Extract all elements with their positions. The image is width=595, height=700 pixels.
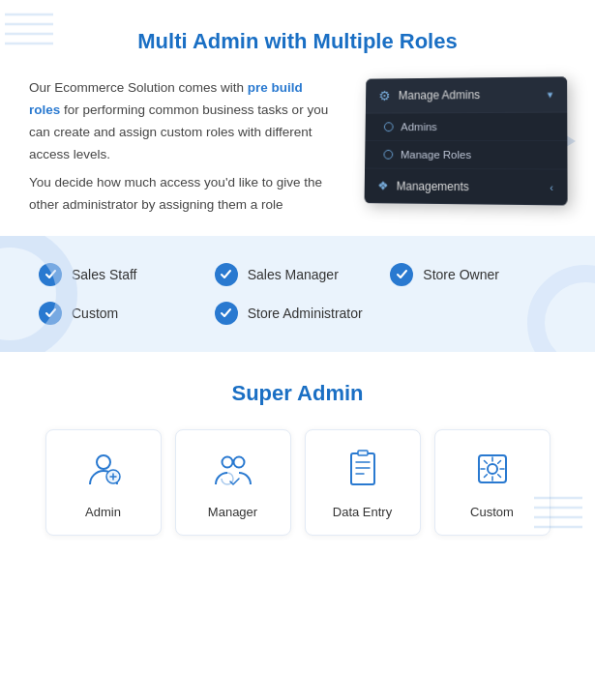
cards-row: Admin Manager bbox=[19, 429, 576, 536]
admin-panel-card: ⚙ Manage Admins ▾ Admins Manage Roles bbox=[365, 76, 568, 205]
description-para1: Our Ecommerce Solution comes with pre bu… bbox=[29, 77, 330, 166]
description-para2: You decide how much access you'd like to… bbox=[29, 172, 330, 217]
chevron-left-icon: ‹ bbox=[550, 181, 553, 192]
card-custom-label: Custom bbox=[470, 505, 514, 519]
svg-point-18 bbox=[488, 464, 497, 474]
check-icon-sales-manager bbox=[215, 263, 238, 286]
deco-circle-left bbox=[0, 236, 77, 352]
svg-rect-16 bbox=[358, 451, 368, 455]
card-manager: Manager bbox=[175, 429, 291, 536]
manage-roles-row: Manage Roles bbox=[365, 141, 567, 170]
section-roles: Sales Staff Sales Manager Store Owner Cu… bbox=[0, 236, 595, 352]
roles-grid: Sales Staff Sales Manager Store Owner Cu… bbox=[39, 263, 556, 325]
section-multi-title: Multi Admin with Multiple Roles bbox=[29, 29, 566, 54]
role-sales-staff-label: Sales Staff bbox=[72, 267, 136, 282]
text-column: Our Ecommerce Solution comes with pre bu… bbox=[29, 77, 330, 217]
check-icon-store-owner bbox=[390, 263, 413, 286]
manage-admins-text: Manage Admins bbox=[399, 88, 481, 102]
svg-point-10 bbox=[222, 456, 232, 467]
card-admin-label: Admin bbox=[85, 505, 121, 519]
desc-end: for performing common business tasks or … bbox=[29, 102, 328, 161]
role-store-admin-label: Store Administrator bbox=[248, 306, 363, 321]
check-icon-store-admin bbox=[215, 302, 238, 325]
svg-rect-12 bbox=[351, 453, 374, 484]
role-store-admin: Store Administrator bbox=[215, 302, 381, 325]
card-data-entry-label: Data Entry bbox=[333, 505, 392, 519]
deco-lines-topleft bbox=[5, 5, 58, 62]
card-custom: Custom bbox=[434, 429, 550, 536]
circle-icon bbox=[384, 122, 394, 131]
deco-lines-bottomright bbox=[534, 488, 587, 545]
manage-roles-label: Manage Roles bbox=[401, 149, 471, 160]
role-store-owner-label: Store Owner bbox=[423, 267, 499, 282]
card-manager-label: Manager bbox=[208, 505, 257, 519]
chevron-down-icon: ▾ bbox=[548, 88, 553, 101]
data-entry-icon bbox=[343, 450, 382, 493]
role-sales-manager: Sales Manager bbox=[215, 263, 381, 286]
card-data-entry: Data Entry bbox=[305, 429, 421, 536]
custom-icon bbox=[473, 450, 512, 493]
role-custom-label: Custom bbox=[72, 306, 118, 321]
admin-icon bbox=[84, 450, 123, 493]
settings-icon: ❖ bbox=[377, 178, 389, 192]
managements-label-row: ❖ Managements bbox=[377, 178, 469, 193]
content-row: Our Ecommerce Solution comes with pre bu… bbox=[29, 77, 566, 217]
svg-point-11 bbox=[233, 456, 244, 467]
svg-point-8 bbox=[97, 455, 110, 469]
manage-admins-row: ⚙ Manage Admins ▾ bbox=[366, 76, 567, 113]
super-admin-title: Super Admin bbox=[19, 381, 576, 406]
desc-start: Our Ecommerce Solution comes with bbox=[29, 80, 248, 95]
managements-text: Managements bbox=[397, 179, 469, 193]
circle-icon-2 bbox=[383, 150, 393, 160]
section-super-admin: Super Admin Admin bbox=[0, 352, 595, 565]
section-multi: Multi Admin with Multiple Roles Our Ecom… bbox=[0, 0, 595, 236]
admin-panel-mockup: ⚙ Manage Admins ▾ Admins Manage Roles bbox=[353, 77, 566, 204]
manage-admins-label: ⚙ Manage Admins bbox=[378, 87, 480, 103]
admins-row: Admins bbox=[365, 113, 567, 141]
role-sales-manager-label: Sales Manager bbox=[248, 267, 339, 282]
admins-label: Admins bbox=[401, 121, 437, 132]
role-store-owner: Store Owner bbox=[390, 263, 556, 286]
managements-row: ❖ Managements ‹ bbox=[365, 169, 568, 206]
manager-icon bbox=[214, 450, 253, 493]
card-admin: Admin bbox=[45, 429, 162, 536]
gear-icon: ⚙ bbox=[378, 88, 391, 103]
